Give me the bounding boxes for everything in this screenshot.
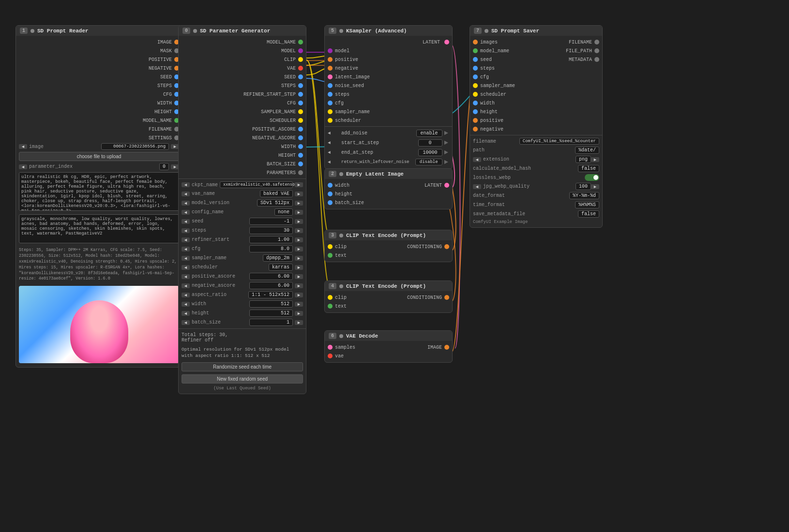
port-0-width: [298, 144, 303, 149]
port-row-0-steps: STEPS: [179, 81, 306, 90]
node-ksampler-advanced: 5 KSampler (Advanced) LATENT model posit…: [324, 25, 453, 169]
port-row-5-steps: steps: [325, 90, 452, 99]
ext-next[interactable]: ►: [591, 157, 599, 162]
port-row-0-width: WIDTH: [179, 142, 306, 151]
jpg-prev[interactable]: ◄: [473, 184, 481, 189]
node-body-5: LATENT model positive negative latent_im…: [325, 36, 452, 169]
ckpt-next[interactable]: ►: [295, 182, 303, 187]
width-prev[interactable]: ◄: [182, 302, 190, 307]
port-row-3-clip: clip: [325, 242, 349, 251]
model-ver-value: SDv1 512px: [257, 199, 293, 207]
port-0-neg-ascore: [298, 135, 303, 140]
neg-ascore-next[interactable]: ►: [295, 283, 303, 288]
height-next[interactable]: ►: [295, 311, 303, 316]
port-row-settings: SETTINGS: [16, 133, 182, 142]
ckpt-prev[interactable]: ◄: [182, 182, 190, 187]
port-2-latent-out: [444, 183, 449, 188]
node-id-6: 6: [329, 333, 336, 339]
lossless-toggle[interactable]: [585, 174, 599, 181]
config-prev[interactable]: ◄: [182, 210, 190, 215]
height-value: 512: [249, 310, 293, 317]
param-index-value: 0: [159, 163, 169, 170]
saver-calchash-row: calculate_model_hash false: [470, 164, 602, 173]
vae-next[interactable]: ►: [295, 192, 303, 196]
end-at-step-value: 10000: [418, 149, 442, 156]
jpg-next[interactable]: ►: [591, 184, 599, 189]
scheduler-prev[interactable]: ◄: [182, 265, 190, 270]
new-fixed-seed-button[interactable]: New fixed random seed: [182, 374, 303, 384]
sampler-prev[interactable]: ◄: [182, 256, 190, 261]
node-body-7: images model_name seed steps: [470, 36, 602, 227]
node-status-dot-4: [339, 284, 343, 288]
clip3-left-ports: clip text: [325, 242, 349, 260]
saver-savemeta-row: save_metadata_file false: [470, 209, 602, 219]
saver-jpgquality-value: 100: [576, 183, 591, 190]
seed-next[interactable]: ►: [295, 219, 303, 224]
cfg-prev[interactable]: ◄: [182, 247, 190, 251]
empty-latent-right-ports: LATENT: [422, 181, 452, 190]
return-noise-arrow[interactable]: ►: [443, 158, 449, 166]
refiner-value: 1.00: [249, 236, 293, 243]
port-row-3-conditioning: CONDITIONING: [404, 242, 452, 251]
vae-prev[interactable]: ◄: [182, 192, 190, 196]
add-noise-arrow[interactable]: ►: [443, 129, 449, 137]
steps-next[interactable]: ►: [295, 228, 303, 233]
node-header-0: 0 SD Parameter Generator: [179, 26, 306, 36]
ckpt-value: xxmix9realistic_v40.safetensors: [220, 181, 293, 188]
aspect-prev[interactable]: ◄: [182, 293, 190, 297]
config-next[interactable]: ►: [295, 210, 303, 215]
scheduler-next[interactable]: ►: [295, 265, 303, 270]
cfg-next[interactable]: ►: [295, 247, 303, 251]
steps-prev[interactable]: ◄: [182, 228, 190, 233]
port-row-modelname: MODEL_NAME: [16, 116, 182, 125]
port-0-modelname: [298, 40, 303, 44]
randomize-seed-button[interactable]: Randomize seed each time: [182, 362, 303, 371]
port-row-0-batch: BATCH_SIZE: [179, 160, 306, 168]
saver-timefmt-value: %H%M%S: [575, 201, 599, 208]
port-row-2-height: height: [325, 190, 367, 198]
port-row-0-modelname: MODEL_NAME: [179, 38, 306, 46]
param-prev-btn[interactable]: ◄: [19, 164, 27, 169]
ext-prev[interactable]: ◄: [473, 157, 481, 162]
refiner-prev[interactable]: ◄: [182, 237, 190, 242]
node-body-1: IMAGE MASK POSITIVE NEGATIVE SEED STEPS: [16, 36, 182, 367]
node-title-3: CLIP Text Encode (Prompt): [346, 233, 426, 238]
saver-datefmt-row: date_format %Y-%m-%d: [470, 191, 602, 200]
start-step-arrow[interactable]: ►: [443, 139, 449, 147]
port-row-0-neg-ascore: NEGATIVE_ASCORE: [179, 133, 306, 142]
model-ver-next[interactable]: ►: [295, 201, 303, 206]
port-row-0-params: PARAMETERS: [179, 168, 306, 177]
start-at-step-row: ◄ start_at_step 0 ►: [325, 138, 452, 148]
end-step-arrow[interactable]: ►: [443, 148, 449, 156]
refiner-next[interactable]: ►: [295, 237, 303, 242]
port-0-params: [298, 170, 303, 175]
neg-ascore-prev[interactable]: ◄: [182, 283, 190, 288]
pos-ascore-next[interactable]: ►: [295, 274, 303, 279]
negative-prompt-textarea[interactable]: grayscale, monochrome, low quality, wors…: [19, 214, 179, 243]
port-row-7-metadata: METADATA: [563, 55, 602, 64]
node-id-4: 4: [329, 283, 336, 289]
seed-prev[interactable]: ◄: [182, 219, 190, 224]
left-ports-7: images model_name seed steps: [470, 38, 518, 133]
choose-file-button[interactable]: choose file to upload: [19, 152, 179, 161]
positive-prompt-textarea[interactable]: ultra realistic 8k cg, HDR, epic, perfec…: [19, 172, 179, 211]
port-row-5-positive: positive: [325, 55, 452, 64]
model-ver-prev[interactable]: ◄: [182, 201, 190, 206]
port-row-0-sampler: SAMPLER_NAME: [179, 107, 306, 116]
width-next[interactable]: ►: [295, 302, 303, 307]
node-id-3: 3: [329, 232, 336, 238]
node-status-dot-3: [339, 234, 343, 237]
aspect-next[interactable]: ►: [295, 293, 303, 297]
port-row-5-model: model: [325, 46, 452, 55]
batch-prev[interactable]: ◄: [182, 320, 190, 325]
port-3-text-in: [328, 253, 333, 258]
pos-ascore-prev[interactable]: ◄: [182, 274, 190, 279]
batch-next[interactable]: ►: [295, 320, 303, 325]
end-at-step-row: ◄ end_at_step 10000 ►: [325, 148, 452, 157]
image-prev-btn[interactable]: ◄: [19, 144, 27, 149]
node-header-5: 5 KSampler (Advanced): [325, 26, 452, 36]
port-row-width: WIDTH: [16, 99, 182, 107]
port-row-7-steps: steps: [470, 64, 518, 73]
height-prev[interactable]: ◄: [182, 311, 190, 316]
sampler-next[interactable]: ►: [295, 256, 303, 261]
